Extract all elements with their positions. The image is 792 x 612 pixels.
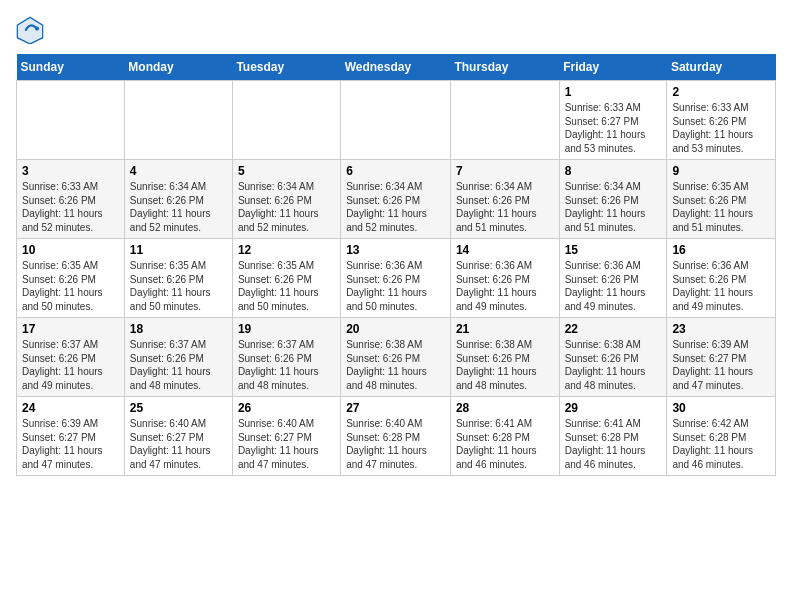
calendar-cell: 30Sunrise: 6:42 AM Sunset: 6:28 PM Dayli… bbox=[667, 397, 776, 476]
calendar-cell: 12Sunrise: 6:35 AM Sunset: 6:26 PM Dayli… bbox=[232, 239, 340, 318]
day-number: 27 bbox=[346, 401, 445, 415]
calendar-cell: 19Sunrise: 6:37 AM Sunset: 6:26 PM Dayli… bbox=[232, 318, 340, 397]
calendar-week-row: 1Sunrise: 6:33 AM Sunset: 6:27 PM Daylig… bbox=[17, 81, 776, 160]
calendar-cell: 17Sunrise: 6:37 AM Sunset: 6:26 PM Dayli… bbox=[17, 318, 125, 397]
day-number: 21 bbox=[456, 322, 554, 336]
calendar-cell: 2Sunrise: 6:33 AM Sunset: 6:26 PM Daylig… bbox=[667, 81, 776, 160]
day-info: Sunrise: 6:33 AM Sunset: 6:26 PM Dayligh… bbox=[22, 180, 119, 234]
calendar-cell: 6Sunrise: 6:34 AM Sunset: 6:26 PM Daylig… bbox=[341, 160, 451, 239]
calendar-cell: 8Sunrise: 6:34 AM Sunset: 6:26 PM Daylig… bbox=[559, 160, 667, 239]
day-info: Sunrise: 6:33 AM Sunset: 6:26 PM Dayligh… bbox=[672, 101, 770, 155]
calendar-cell: 16Sunrise: 6:36 AM Sunset: 6:26 PM Dayli… bbox=[667, 239, 776, 318]
calendar-cell: 15Sunrise: 6:36 AM Sunset: 6:26 PM Dayli… bbox=[559, 239, 667, 318]
column-header-wednesday: Wednesday bbox=[341, 54, 451, 81]
day-number: 1 bbox=[565, 85, 662, 99]
calendar-week-row: 10Sunrise: 6:35 AM Sunset: 6:26 PM Dayli… bbox=[17, 239, 776, 318]
calendar-cell: 25Sunrise: 6:40 AM Sunset: 6:27 PM Dayli… bbox=[124, 397, 232, 476]
logo bbox=[16, 16, 48, 44]
calendar-cell: 24Sunrise: 6:39 AM Sunset: 6:27 PM Dayli… bbox=[17, 397, 125, 476]
column-header-friday: Friday bbox=[559, 54, 667, 81]
day-info: Sunrise: 6:41 AM Sunset: 6:28 PM Dayligh… bbox=[565, 417, 662, 471]
calendar-cell bbox=[124, 81, 232, 160]
calendar-header-row: SundayMondayTuesdayWednesdayThursdayFrid… bbox=[17, 54, 776, 81]
calendar-cell: 10Sunrise: 6:35 AM Sunset: 6:26 PM Dayli… bbox=[17, 239, 125, 318]
calendar-cell: 23Sunrise: 6:39 AM Sunset: 6:27 PM Dayli… bbox=[667, 318, 776, 397]
day-number: 9 bbox=[672, 164, 770, 178]
day-info: Sunrise: 6:33 AM Sunset: 6:27 PM Dayligh… bbox=[565, 101, 662, 155]
day-info: Sunrise: 6:34 AM Sunset: 6:26 PM Dayligh… bbox=[565, 180, 662, 234]
calendar-cell: 26Sunrise: 6:40 AM Sunset: 6:27 PM Dayli… bbox=[232, 397, 340, 476]
column-header-monday: Monday bbox=[124, 54, 232, 81]
day-info: Sunrise: 6:40 AM Sunset: 6:27 PM Dayligh… bbox=[238, 417, 335, 471]
day-number: 18 bbox=[130, 322, 227, 336]
day-info: Sunrise: 6:34 AM Sunset: 6:26 PM Dayligh… bbox=[238, 180, 335, 234]
day-info: Sunrise: 6:36 AM Sunset: 6:26 PM Dayligh… bbox=[346, 259, 445, 313]
day-info: Sunrise: 6:36 AM Sunset: 6:26 PM Dayligh… bbox=[565, 259, 662, 313]
calendar-week-row: 17Sunrise: 6:37 AM Sunset: 6:26 PM Dayli… bbox=[17, 318, 776, 397]
column-header-sunday: Sunday bbox=[17, 54, 125, 81]
day-info: Sunrise: 6:38 AM Sunset: 6:26 PM Dayligh… bbox=[565, 338, 662, 392]
day-info: Sunrise: 6:35 AM Sunset: 6:26 PM Dayligh… bbox=[130, 259, 227, 313]
day-number: 6 bbox=[346, 164, 445, 178]
day-number: 10 bbox=[22, 243, 119, 257]
day-info: Sunrise: 6:34 AM Sunset: 6:26 PM Dayligh… bbox=[346, 180, 445, 234]
day-info: Sunrise: 6:35 AM Sunset: 6:26 PM Dayligh… bbox=[22, 259, 119, 313]
calendar-cell: 14Sunrise: 6:36 AM Sunset: 6:26 PM Dayli… bbox=[450, 239, 559, 318]
day-number: 25 bbox=[130, 401, 227, 415]
day-number: 12 bbox=[238, 243, 335, 257]
day-info: Sunrise: 6:34 AM Sunset: 6:26 PM Dayligh… bbox=[130, 180, 227, 234]
day-number: 16 bbox=[672, 243, 770, 257]
column-header-thursday: Thursday bbox=[450, 54, 559, 81]
logo-icon bbox=[16, 16, 44, 44]
day-info: Sunrise: 6:38 AM Sunset: 6:26 PM Dayligh… bbox=[456, 338, 554, 392]
calendar-cell: 4Sunrise: 6:34 AM Sunset: 6:26 PM Daylig… bbox=[124, 160, 232, 239]
day-number: 3 bbox=[22, 164, 119, 178]
day-info: Sunrise: 6:38 AM Sunset: 6:26 PM Dayligh… bbox=[346, 338, 445, 392]
day-info: Sunrise: 6:35 AM Sunset: 6:26 PM Dayligh… bbox=[238, 259, 335, 313]
day-number: 15 bbox=[565, 243, 662, 257]
day-info: Sunrise: 6:35 AM Sunset: 6:26 PM Dayligh… bbox=[672, 180, 770, 234]
day-info: Sunrise: 6:41 AM Sunset: 6:28 PM Dayligh… bbox=[456, 417, 554, 471]
calendar-cell: 5Sunrise: 6:34 AM Sunset: 6:26 PM Daylig… bbox=[232, 160, 340, 239]
calendar-cell: 3Sunrise: 6:33 AM Sunset: 6:26 PM Daylig… bbox=[17, 160, 125, 239]
day-number: 13 bbox=[346, 243, 445, 257]
calendar-cell: 27Sunrise: 6:40 AM Sunset: 6:28 PM Dayli… bbox=[341, 397, 451, 476]
calendar-cell: 28Sunrise: 6:41 AM Sunset: 6:28 PM Dayli… bbox=[450, 397, 559, 476]
day-info: Sunrise: 6:40 AM Sunset: 6:27 PM Dayligh… bbox=[130, 417, 227, 471]
calendar-cell: 22Sunrise: 6:38 AM Sunset: 6:26 PM Dayli… bbox=[559, 318, 667, 397]
column-header-saturday: Saturday bbox=[667, 54, 776, 81]
calendar-cell bbox=[450, 81, 559, 160]
day-info: Sunrise: 6:37 AM Sunset: 6:26 PM Dayligh… bbox=[22, 338, 119, 392]
day-info: Sunrise: 6:36 AM Sunset: 6:26 PM Dayligh… bbox=[672, 259, 770, 313]
day-number: 8 bbox=[565, 164, 662, 178]
day-number: 28 bbox=[456, 401, 554, 415]
calendar-week-row: 3Sunrise: 6:33 AM Sunset: 6:26 PM Daylig… bbox=[17, 160, 776, 239]
day-info: Sunrise: 6:36 AM Sunset: 6:26 PM Dayligh… bbox=[456, 259, 554, 313]
day-info: Sunrise: 6:39 AM Sunset: 6:27 PM Dayligh… bbox=[22, 417, 119, 471]
day-number: 11 bbox=[130, 243, 227, 257]
svg-point-2 bbox=[35, 27, 39, 31]
day-info: Sunrise: 6:42 AM Sunset: 6:28 PM Dayligh… bbox=[672, 417, 770, 471]
day-info: Sunrise: 6:40 AM Sunset: 6:28 PM Dayligh… bbox=[346, 417, 445, 471]
day-number: 14 bbox=[456, 243, 554, 257]
column-header-tuesday: Tuesday bbox=[232, 54, 340, 81]
day-number: 2 bbox=[672, 85, 770, 99]
calendar-cell bbox=[341, 81, 451, 160]
calendar-cell bbox=[232, 81, 340, 160]
day-number: 5 bbox=[238, 164, 335, 178]
day-number: 17 bbox=[22, 322, 119, 336]
calendar-cell bbox=[17, 81, 125, 160]
calendar-cell: 9Sunrise: 6:35 AM Sunset: 6:26 PM Daylig… bbox=[667, 160, 776, 239]
day-info: Sunrise: 6:34 AM Sunset: 6:26 PM Dayligh… bbox=[456, 180, 554, 234]
day-number: 24 bbox=[22, 401, 119, 415]
calendar-cell: 20Sunrise: 6:38 AM Sunset: 6:26 PM Dayli… bbox=[341, 318, 451, 397]
day-number: 30 bbox=[672, 401, 770, 415]
calendar-cell: 7Sunrise: 6:34 AM Sunset: 6:26 PM Daylig… bbox=[450, 160, 559, 239]
day-number: 19 bbox=[238, 322, 335, 336]
day-number: 26 bbox=[238, 401, 335, 415]
day-info: Sunrise: 6:37 AM Sunset: 6:26 PM Dayligh… bbox=[238, 338, 335, 392]
day-number: 4 bbox=[130, 164, 227, 178]
day-number: 29 bbox=[565, 401, 662, 415]
page-header bbox=[16, 16, 776, 44]
calendar-cell: 18Sunrise: 6:37 AM Sunset: 6:26 PM Dayli… bbox=[124, 318, 232, 397]
